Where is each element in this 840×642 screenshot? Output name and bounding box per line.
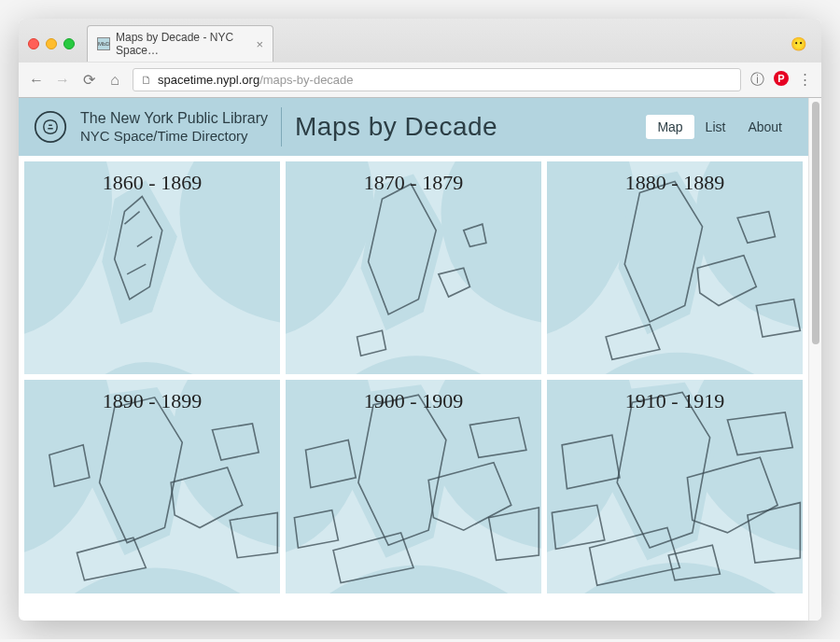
decade-label: 1870 - 1879 [286,171,541,195]
nav-tab-map[interactable]: Map [646,115,693,139]
browser-tab[interactable]: MbD Maps by Decade - NYC Space… × [87,25,273,62]
decade-label: 1860 - 1869 [24,171,280,195]
decade-cell-1860[interactable]: 1860 - 1869 [24,161,280,374]
page-viewport: The New York Public Library NYC Space/Ti… [19,98,821,621]
scrollbar-thumb[interactable] [812,102,819,344]
header-divider [281,107,282,147]
info-icon[interactable]: ⓘ [750,71,764,89]
nypl-lion-logo-icon[interactable] [34,110,67,144]
decade-cell-1900[interactable]: 1900 - 1909 [286,380,541,593]
favicon-icon: MbD [97,37,110,50]
org-title[interactable]: The New York Public Library NYC Space/Ti… [80,109,268,144]
toolbar-right: ⓘ P ⋮ [750,71,812,89]
svg-point-0 [35,112,65,142]
decade-label: 1900 - 1909 [286,389,541,413]
close-window-button[interactable] [28,38,39,49]
profile-icon[interactable]: 😶 [791,36,806,51]
decade-label: 1910 - 1919 [547,389,803,413]
org-line2: NYC Space/Time Directory [80,128,268,145]
browser-chrome: MbD Maps by Decade - NYC Space… × 😶 ← → … [19,19,821,98]
minimize-window-button[interactable] [46,38,57,49]
address-bar-row: ← → ⟳ ⌂ 🗋 spacetime.nypl.org/maps-by-dec… [19,62,821,97]
nav-tab-about[interactable]: About [736,115,793,139]
nav-tab-list[interactable]: List [694,115,737,139]
site-header: The New York Public Library NYC Space/Ti… [19,98,808,156]
decade-cell-1890[interactable]: 1890 - 1899 [24,380,280,593]
decade-cell-1880[interactable]: 1880 - 1889 [547,161,803,374]
menu-icon[interactable]: ⋮ [798,71,812,89]
decade-grid: 1860 - 1869 1870 - 1879 [19,156,808,599]
reload-button[interactable]: ⟳ [80,71,97,89]
decade-label: 1890 - 1899 [24,389,280,413]
decade-cell-1910[interactable]: 1910 - 1919 [547,380,803,593]
url-text: spacetime.nypl.org/maps-by-decade [158,73,354,87]
nav-tabs: Map List About [646,115,793,139]
address-bar[interactable]: 🗋 spacetime.nypl.org/maps-by-decade [133,68,741,91]
scrollbar-track[interactable] [808,98,821,621]
titlebar: MbD Maps by Decade - NYC Space… × 😶 [19,19,821,62]
org-line1: The New York Public Library [80,109,268,127]
browser-window: MbD Maps by Decade - NYC Space… × 😶 ← → … [19,19,821,621]
traffic-lights [28,38,75,49]
decade-label: 1880 - 1889 [547,171,803,195]
maximize-window-button[interactable] [63,38,75,49]
tab-close-icon[interactable]: × [256,37,263,51]
page-icon: 🗋 [141,74,152,87]
decade-cell-1870[interactable]: 1870 - 1879 [286,161,541,374]
tab-title: Maps by Decade - NYC Space… [116,31,243,57]
pinterest-icon[interactable]: P [774,71,789,86]
page-title: Maps by Decade [295,112,497,142]
back-button[interactable]: ← [28,72,45,89]
forward-button[interactable]: → [54,72,71,89]
page-content: The New York Public Library NYC Space/Ti… [19,98,808,621]
home-button[interactable]: ⌂ [106,72,123,89]
